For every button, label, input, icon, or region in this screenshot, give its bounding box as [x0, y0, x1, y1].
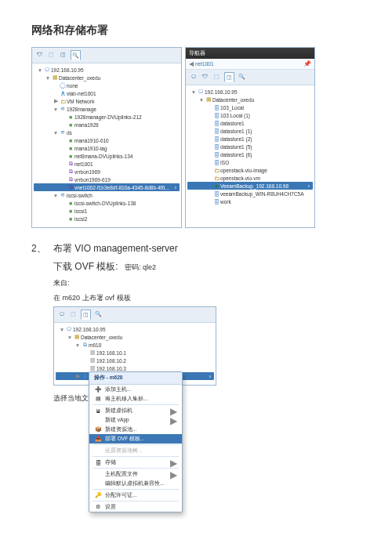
- tree-row[interactable]: ■iscsi1: [34, 207, 180, 215]
- twisty-icon[interactable]: ▼: [198, 97, 205, 103]
- tree-row[interactable]: ■net8mana-DVUplinks-134: [34, 152, 180, 160]
- twisty-icon[interactable]: ▼: [191, 89, 197, 95]
- tree-row[interactable]: ▼⎔192.168.10.95: [34, 66, 180, 74]
- tree-row[interactable]: ▶🗀VM Network: [34, 97, 180, 105]
- nav-tab-icon[interactable]: 🛡: [201, 72, 209, 81]
- menu-item[interactable]: ⚙设置: [89, 502, 182, 512]
- tree-row[interactable]: ■mana1910-610: [34, 136, 180, 144]
- tree-row[interactable]: ▥192.168.10.1: [56, 349, 214, 357]
- tree-row[interactable]: ▼≋1928manage: [34, 105, 180, 113]
- node-label: VeeamBackup_192.168.10.98: [220, 183, 289, 189]
- twisty-icon[interactable]: ▼: [53, 130, 59, 136]
- tree-row[interactable]: 🗄ISO: [187, 158, 313, 166]
- nav-tab-icon[interactable]: ⬚: [212, 72, 221, 81]
- nav-tab-icon[interactable]: ⎔: [57, 310, 66, 318]
- nav-tab-icon[interactable]: ◫: [59, 50, 67, 59]
- tree-row[interactable]: 🗄datastore1 (5): [187, 143, 313, 150]
- tree-row[interactable]: ▥192.168.10.2: [56, 357, 214, 364]
- nav-tab-icon[interactable]: ◫: [81, 310, 91, 320]
- menu-item[interactable]: 🗄存储▶: [89, 458, 182, 467]
- node-icon: ■: [67, 201, 74, 206]
- nav-tab-icon[interactable]: 🛡: [35, 50, 44, 59]
- tree-row[interactable]: 🗄datastore1: [187, 119, 313, 127]
- twisty-icon[interactable]: ▼: [74, 342, 81, 348]
- tree-row[interactable]: ▼⎔192.168.10.95: [187, 88, 313, 96]
- tree-row[interactable]: ■mana1928: [34, 121, 180, 129]
- nav-tab-icon[interactable]: ⬚: [47, 50, 56, 59]
- node-label: mana1910-lag: [74, 146, 107, 151]
- back-icon[interactable]: ◀: [189, 60, 194, 67]
- node-icon: 🗄: [212, 105, 220, 110]
- tree-row[interactable]: ▼≋ds: [34, 129, 180, 136]
- menu-item[interactable]: 编辑默认虚拟机兼容性...: [89, 479, 182, 488]
- tree-row[interactable]: 🗀openstack-vio-image: [187, 166, 313, 174]
- tree-row[interactable]: ▼▦Datacenter_oxedu: [56, 333, 214, 341]
- tree-row[interactable]: 🗀openstack-vio-vm: [187, 174, 313, 182]
- twisty-icon[interactable]: ▶: [53, 98, 59, 104]
- node-icon: ≋: [59, 106, 67, 112]
- menu-item[interactable]: 📦新建资源池...: [89, 425, 182, 434]
- tree-row[interactable]: ■mana1910-lag: [34, 144, 180, 152]
- nav-tab-icon[interactable]: ◫: [224, 72, 234, 82]
- tree-row[interactable]: ⧉vrrbon1909: [34, 168, 180, 176]
- tree-row[interactable]: ▼⎔192.168.10.95: [56, 325, 214, 333]
- tree-row[interactable]: ▼▦Datacenter_oxedu: [187, 96, 313, 103]
- tree-row[interactable]: ■iscsi-switch-DVUplinks-138: [34, 199, 180, 207]
- tree-row[interactable]: 🗄datastore1 (6): [187, 150, 313, 158]
- node-label: vrrbon1909-619: [74, 177, 111, 183]
- node-label: Datacenter_oxedu: [81, 335, 122, 340]
- nav-tab-icon[interactable]: ⬚: [69, 310, 78, 318]
- tree-row[interactable]: 🗄103 Local (1): [187, 111, 313, 119]
- tree-row[interactable]: ■VeeamBackup_192.168.10.98›: [187, 182, 313, 190]
- tree-row[interactable]: 🗄veeamBackup_WIN-R8UH4CH7C5A: [187, 190, 313, 197]
- twisty-icon[interactable]: ▶: [74, 373, 81, 379]
- twisty-icon[interactable]: ▼: [59, 327, 65, 332]
- tree-row[interactable]: ▼⧉m610: [56, 341, 214, 349]
- menu-item[interactable]: 🔑分配许可证...: [89, 491, 182, 500]
- deploy-instruction: 在 m620 上布署 ovf 模板: [53, 293, 361, 303]
- node-label: 192.168.10.1: [96, 350, 126, 356]
- twisty-icon[interactable]: ▼: [45, 75, 51, 81]
- menu-item[interactable]: ▤将主机移入集群...: [89, 394, 182, 404]
- node-label: ds: [67, 130, 72, 136]
- from-label: 来自:: [53, 278, 361, 288]
- nav-tab-icon[interactable]: ⎔: [189, 72, 198, 81]
- node-label: 103 Local (1): [220, 113, 250, 118]
- twisty-icon[interactable]: ▼: [53, 193, 59, 198]
- tree-row[interactable]: ⧉net1001: [34, 160, 180, 168]
- menu-item[interactable]: 主机配置文件▶: [89, 469, 182, 479]
- node-icon: ⧉: [81, 342, 89, 348]
- menu-item[interactable]: ➕添加主机...: [89, 385, 182, 394]
- breadcrumb[interactable]: ◀ net1001 📌: [186, 59, 314, 70]
- tree-row[interactable]: ▼≋iscsi-switch: [34, 191, 180, 199]
- pin-icon[interactable]: 📌: [303, 60, 311, 67]
- nav-tab-icon[interactable]: 🔍: [238, 72, 246, 81]
- node-label: 192.168.10.95: [73, 327, 106, 332]
- tree-row[interactable]: ◯none: [34, 81, 180, 89]
- node-icon: 🗄: [212, 113, 220, 118]
- tree-row[interactable]: ■iscsi2: [34, 215, 180, 223]
- menu-item[interactable]: 🖥新建虚拟机▶: [89, 406, 182, 415]
- tree-row[interactable]: 🗄work: [187, 197, 313, 205]
- twisty-icon[interactable]: ▼: [53, 107, 59, 112]
- tree-row[interactable]: ■1928manager-DVUplinks-212: [34, 113, 180, 121]
- tree-row[interactable]: ⧉vnet1002-f1b3e8df-810a-4345-8d8b-4f0…›: [34, 183, 180, 191]
- tree-row[interactable]: 🗄datastore1 (1): [187, 127, 313, 135]
- context-menu[interactable]: 操作 - m620➕添加主机...▤将主机移入集群...🖥新建虚拟机▶新建 vA…: [89, 371, 183, 512]
- tree-row[interactable]: ▼▦Datacenter_oxedu: [34, 74, 180, 81]
- menu-item[interactable]: 新建 vApp▶: [89, 415, 182, 425]
- node-label: net8mana-DVUplinks-134: [74, 154, 132, 159]
- node-icon: ⧉: [81, 373, 89, 379]
- menu-item[interactable]: 📥部署 OVF 模板...: [89, 434, 182, 444]
- node-icon: ▥: [89, 357, 96, 364]
- navigator-panel-right: 导航器 ◀ net1001 📌 ⎔🛡⬚◫🔍 ▼⎔192.168.10.95▼▦D…: [185, 47, 315, 228]
- node-icon: ▦: [205, 96, 212, 103]
- twisty-icon[interactable]: ▼: [37, 67, 43, 73]
- nav-tab-icon[interactable]: 🔍: [94, 310, 103, 318]
- tree-row[interactable]: 🗄datastore1 (2): [187, 135, 313, 143]
- nav-tab-icon[interactable]: 🔍: [71, 50, 81, 60]
- tree-row[interactable]: ⧉vrrbon1909-619: [34, 176, 180, 183]
- tree-row[interactable]: 🗄103_Local: [187, 103, 313, 111]
- twisty-icon[interactable]: ▼: [67, 335, 73, 340]
- tree-row[interactable]: 🕱vlab-net1001: [34, 89, 180, 97]
